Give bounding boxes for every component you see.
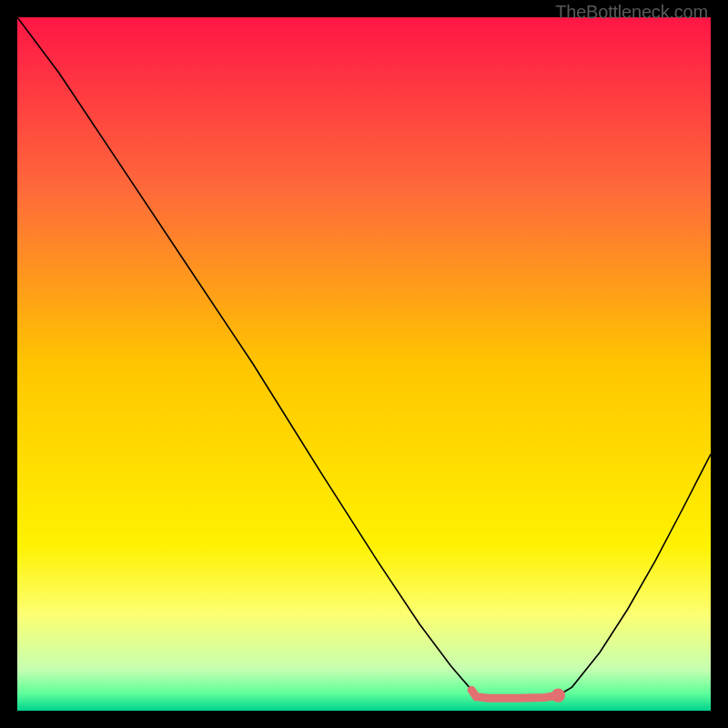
watermark-text: TheBottleneck.com: [555, 2, 708, 23]
chart-frame: [17, 17, 711, 711]
chart-svg: [17, 17, 711, 711]
marker-endpoint_marker: [551, 689, 565, 703]
gradient-background: [17, 17, 711, 711]
